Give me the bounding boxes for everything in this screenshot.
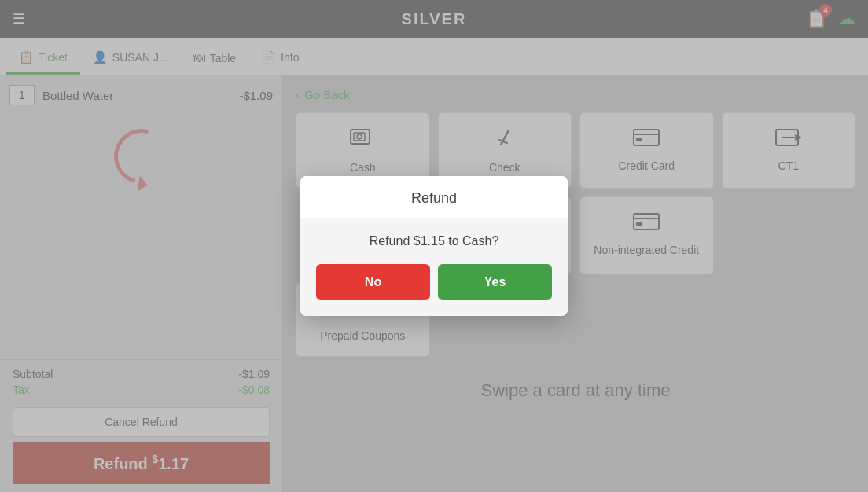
refund-modal: Refund Refund $1.15 to Cash? No Yes bbox=[300, 176, 568, 316]
modal-message: Refund $1.15 to Cash? bbox=[370, 234, 499, 248]
modal-yes-button[interactable]: Yes bbox=[438, 264, 552, 300]
modal-body: Refund $1.15 to Cash? bbox=[300, 218, 568, 264]
modal-header: Refund bbox=[300, 176, 568, 218]
modal-overlay: Refund Refund $1.15 to Cash? No Yes bbox=[0, 0, 868, 492]
modal-no-button[interactable]: No bbox=[316, 264, 430, 300]
modal-title: Refund bbox=[411, 190, 457, 206]
modal-actions: No Yes bbox=[300, 264, 568, 316]
